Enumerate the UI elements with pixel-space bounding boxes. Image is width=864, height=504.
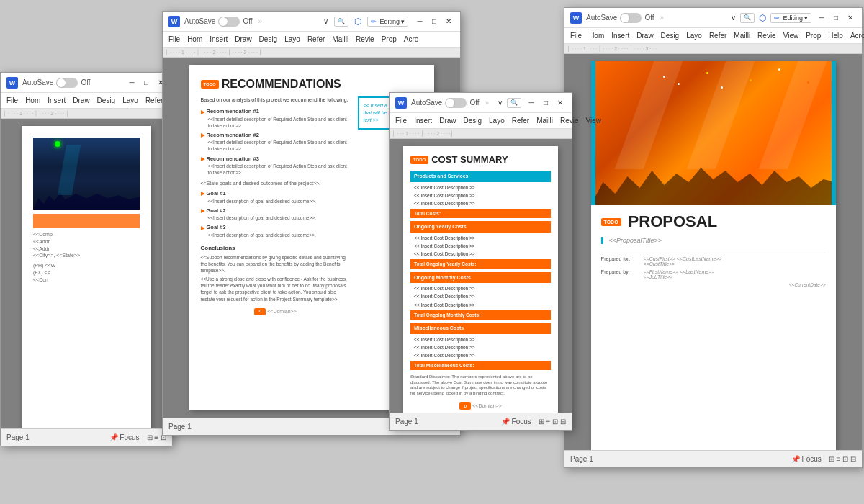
toggle-state-4: Off [644,14,654,22]
cost-logo-icon: D [459,402,471,410]
share-icon-4[interactable]: ⬡ [759,13,766,23]
close-btn-4[interactable]: ✕ [845,12,856,24]
ribbon-design-1[interactable]: Desig [97,96,116,104]
r3-view[interactable]: View [586,117,602,125]
r3-refer[interactable]: Refer [512,117,529,125]
products-header: Products and Services [410,171,551,182]
r2-draw[interactable]: Draw [235,35,251,43]
r4-review[interactable]: Revie [757,32,776,40]
page-indicator-1: Page 1 [6,433,30,441]
minimize-btn-1[interactable]: ─ [126,77,138,89]
ribbon-draw-1[interactable]: Draw [73,96,89,104]
r2-insert[interactable]: Insert [210,35,228,43]
search-box-4[interactable]: 🔍 [740,13,755,23]
minimize-btn-2[interactable]: ─ [414,16,426,27]
autosave-toggle-2[interactable] [218,17,240,27]
light-beam-3 [758,61,827,169]
expand-icon-4[interactable]: ∨ [731,14,736,22]
r4-insert[interactable]: Insert [611,32,629,40]
r4-draw[interactable]: Draw [636,32,653,40]
share-icon-2[interactable]: ⬡ [354,17,361,27]
close-btn-3[interactable]: ✕ [554,97,566,109]
word-window-4: W AutoSave Off » ∨ 🔍 ⬡ ✏ Editing ▾ ─ □ ✕ [564,7,863,468]
ribbon-home-1[interactable]: Hom [25,96,40,104]
focus-btn-1[interactable]: 📌 Focus [109,433,140,441]
r3-design[interactable]: Desig [463,117,482,125]
toggle-state-2: Off [243,17,252,25]
r3-file[interactable]: File [395,117,407,125]
view-btns-3: ⊞ ≡ ⊡ ⊟ [539,418,566,426]
maximize-btn-3[interactable]: □ [540,97,552,109]
minimize-btn-4[interactable]: ─ [816,12,827,24]
rec-item-title-1: ▶ Recommendation #1 [201,108,351,116]
r4-prop[interactable]: Prop [806,32,821,40]
word-icon-1: W [6,77,18,89]
r2-mail[interactable]: Mailli [332,35,348,43]
r4-acro[interactable]: Acrol [850,32,864,40]
expand-icon-2[interactable]: ∨ [323,17,328,25]
ribbon-refer-1[interactable]: Refer [145,96,163,104]
r4-mail[interactable]: Mailli [734,32,750,40]
cost-item-5: << Insert Cost Description >> [410,242,551,250]
r3-layout[interactable]: Layo [489,117,505,125]
editing-btn-4[interactable]: ✏ Editing ▾ [770,13,811,23]
r2-prop[interactable]: Prop [382,35,397,43]
proposal-title-placeholder: <<ProposalTitle>> [601,237,826,244]
light-beam-1 [614,61,683,169]
rec-footer: D <<Domian>> [201,308,351,315]
proposal-heading: PROPOSAL [629,212,717,231]
page-indicator-2: Page 1 [168,423,192,431]
r4-help[interactable]: Help [828,32,843,40]
proposal-main-title: TODO PROPOSAL [601,212,826,231]
r2-review[interactable]: Revie [356,35,374,43]
r2-file[interactable]: File [168,35,180,43]
r4-design[interactable]: Desig [661,32,680,40]
r2-design[interactable]: Desig [259,35,278,43]
r3-insert[interactable]: Insert [414,117,432,125]
arrow-icon-3: ▶ [201,156,204,163]
goal-label-3: Goal #3 [207,224,226,232]
focus-btn-3[interactable]: 📌 Focus [501,418,531,426]
maximize-btn-1[interactable]: □ [140,77,152,89]
blue-border-right [832,61,836,205]
cost-footer-text: <<Domian>> [472,402,501,410]
ribbon-layout-1[interactable]: Layo [122,96,138,104]
ribbon-file-1[interactable]: File [6,96,18,104]
r3-review[interactable]: Revie [560,117,579,125]
conclusions-heading: Conclusions [201,244,351,252]
title-bar-4: W AutoSave Off » ∨ 🔍 ⬡ ✏ Editing ▾ ─ □ ✕ [564,8,862,28]
r4-home[interactable]: Hom [589,32,604,40]
conclusions-2: <<Use a strong close and close with conf… [201,276,351,302]
r4-layout[interactable]: Layo [686,32,702,40]
rec-logo-icon: D [254,308,266,315]
close-btn-2[interactable]: ✕ [443,16,454,27]
maximize-btn-4[interactable]: □ [830,12,842,24]
r4-view[interactable]: View [783,32,799,40]
r4-refer[interactable]: Refer [709,32,726,40]
status-bar-1: Page 1 📌 Focus ⊞ ≡ ⊡ [1,428,172,446]
expand-icon-3[interactable]: ∨ [498,99,503,107]
autosave-toggle-1[interactable] [56,78,78,88]
autosave-toggle-4[interactable] [620,13,642,23]
search-box-3[interactable]: 🔍 [507,98,521,108]
cost-item-8: << Insert Cost Description >> [410,292,551,300]
editing-btn-2[interactable]: ✏ Editing ▾ [367,17,408,27]
focus-btn-4[interactable]: 📌 Focus [791,455,822,463]
minimize-btn-3[interactable]: ─ [526,97,537,109]
ribbon-insert-1[interactable]: Insert [48,96,66,104]
r3-mail[interactable]: Mailli [536,117,553,125]
r2-refer[interactable]: Refer [307,35,325,43]
maximize-btn-2[interactable]: □ [428,16,440,27]
r4-file[interactable]: File [570,32,582,40]
goal-desc-2: <<Insert description of goal and desired… [208,215,351,221]
r2-acro[interactable]: Acro [404,35,419,43]
search-box-2[interactable]: 🔍 [334,17,348,27]
r3-draw[interactable]: Draw [439,117,456,125]
light-beam-2 [686,61,755,169]
ruler-3: │ · · · 1 · · · · │ · · · · 2 · · · ·│ [390,129,572,139]
r2-home[interactable]: Hom [187,35,202,43]
cost-item-4: << Insert Cost Description >> [410,234,551,242]
r2-layout[interactable]: Layo [284,35,300,43]
prepared-by-field: Prepared by: <<FirstName>> <<LastName>><… [601,269,826,279]
autosave-toggle-3[interactable] [445,98,467,108]
